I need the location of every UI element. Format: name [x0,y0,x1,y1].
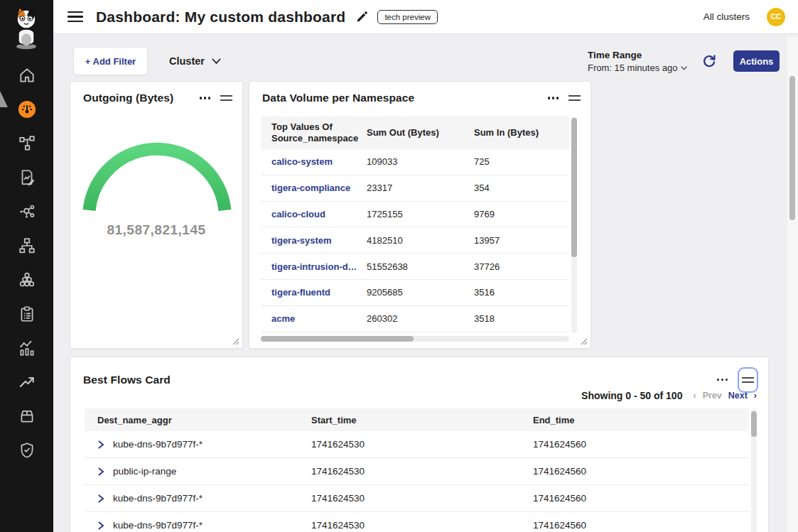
table-row: calico-system 109033 725 [261,149,569,175]
resize-corner-icon[interactable] [581,338,588,345]
menu-hamburger-icon[interactable] [68,11,83,23]
expand-row-chevron-icon[interactable] [97,467,104,476]
chevron-down-icon [212,58,221,65]
sidebar-item-reports[interactable] [0,161,53,195]
sum-in-value: 725 [463,156,569,167]
pagination-status: Showing 0 - 50 of 100 [581,390,682,401]
refresh-icon [701,53,718,70]
cluster-dropdown[interactable]: Cluster [169,53,221,69]
sidebar-item-network-topology[interactable] [0,229,53,263]
sidebar [0,0,53,532]
sum-out-value: 23317 [356,183,463,193]
sum-out-value: 260302 [356,313,463,324]
namespace-link[interactable]: tigera-fluentd [261,287,356,298]
user-avatar[interactable]: CC [767,8,785,26]
chevron-down-icon [681,66,687,70]
sidebar-item-service-graph[interactable] [0,195,53,229]
column-header: Top Values Of Source_namespace [261,121,356,145]
namespace-link[interactable]: calico-system [261,156,356,167]
column-header: Dest_name_aggr [85,415,298,425]
sidebar-item-home[interactable] [0,58,53,92]
sidebar-item-threat-feeds[interactable] [0,365,53,399]
column-header: Sum Out (Bytes) [356,127,463,139]
calico-cat-logo [9,6,44,50]
end-time-value: 1741624560 [520,520,749,531]
sum-in-value: 37726 [463,261,569,272]
start-time-value: 1741624530 [298,520,520,531]
edit-dashboard-button[interactable] [355,10,369,23]
card-title: Best Flows Card [83,374,171,386]
shield-check-icon [18,441,36,460]
pencil-icon [355,10,369,23]
sidebar-item-policies[interactable] [0,297,53,331]
table-row: kube-dns-9b7d977f-* 1741624530 174162456… [85,512,749,532]
trending-arrow-icon [18,373,36,391]
namespace-link[interactable]: tigera-system [261,235,356,246]
sidebar-item-dashboard[interactable] [0,92,53,126]
table-row: tigera-system 4182510 13957 [261,227,569,254]
sum-in-value: 3516 [463,287,569,298]
page: Dashboard: My custom dashboard tech prev… [0,0,798,532]
card-menu-icon[interactable] [200,94,210,102]
card-drag-handle-icon[interactable] [568,92,581,104]
dest-name-value: kube-dns-9b7d977f-* [113,493,203,504]
table-horizontal-scrollbar[interactable] [261,336,569,342]
table-header-row: Dest_name_aggr Start_time End_time [85,408,749,431]
card-header: Outgoing (Bytes) [70,82,242,104]
next-button[interactable]: Next [728,391,748,401]
dest-name-value: public-ip-range [113,466,176,477]
sum-in-value: 13957 [463,235,569,246]
time-range-from-selector[interactable]: From: 15 minutes ago [588,63,687,73]
sum-out-value: 1725155 [356,209,463,219]
end-time-value: 1741624560 [520,439,749,450]
sum-out-value: 9205685 [356,287,463,298]
namespace-link[interactable]: calico-cloud [261,209,356,219]
next-chevron-icon[interactable]: › [754,391,757,401]
pagination: Showing 0 - 50 of 100 ‹ Prev Next › [581,390,757,401]
table-row: public-ip-range 1741624530 1741624560 [85,458,749,485]
sum-in-value: 354 [463,183,569,193]
chart-stats-icon [18,339,36,357]
table-row: acme 260302 3518 [261,306,569,332]
sidebar-item-statistics[interactable] [0,331,53,365]
refresh-button[interactable] [701,53,718,70]
expand-row-chevron-icon[interactable] [97,494,104,503]
sidebar-item-workloads[interactable] [0,263,53,297]
report-edit-icon [18,168,36,187]
namespace-link[interactable]: tigera-intrusion-d… [261,261,356,272]
column-header: Start_time [298,415,520,425]
outgoing-bytes-card: Outgoing (Bytes) 81,587,821,145 [70,81,243,349]
prev-button[interactable]: Prev [703,391,722,401]
card-drag-handle-icon[interactable] [220,92,232,104]
namespace-link[interactable]: acme [261,313,356,324]
namespace-table: Top Values Of Source_namespace Sum Out (… [261,116,569,332]
all-clusters-selector[interactable]: All clusters [703,11,750,22]
prev-chevron-icon[interactable]: ‹ [693,391,696,401]
start-time-value: 1741624530 [298,493,520,504]
expand-row-chevron-icon[interactable] [97,440,104,449]
sidebar-item-image-assurance[interactable] [0,399,53,433]
page-vertical-scrollbar[interactable] [787,37,798,532]
card-drag-handle-icon-focused[interactable] [738,367,758,393]
expand-row-chevron-icon[interactable] [97,521,104,530]
table-vertical-scrollbar[interactable] [571,116,577,333]
card-menu-icon[interactable] [717,376,728,384]
tech-preview-badge: tech preview [377,10,438,24]
data-volume-card: Data Volume per Namespace Top Values Of … [249,81,591,349]
sidebar-nav [0,58,53,467]
card-menu-icon[interactable] [548,94,559,102]
workload-cluster-icon [18,271,36,289]
start-time-value: 1741624530 [298,439,520,450]
sidebar-item-compliance[interactable] [0,433,53,467]
resize-corner-icon[interactable] [232,338,239,345]
table-row: kube-dns-9b7d977f-* 1741624530 174162456… [85,431,749,458]
table-row: tigera-intrusion-d… 51552638 37726 [261,254,569,280]
namespace-link[interactable]: tigera-compliance [261,183,356,193]
end-time-value: 1741624560 [520,466,749,477]
column-header: Sum In (Bytes) [463,127,569,139]
sum-out-value: 109033 [356,156,463,167]
table-vertical-scrollbar[interactable] [751,408,757,532]
add-filter-button[interactable]: + Add Filter [73,47,148,75]
actions-button[interactable]: Actions [733,50,780,72]
sidebar-item-flow-visualizations[interactable] [0,126,53,161]
